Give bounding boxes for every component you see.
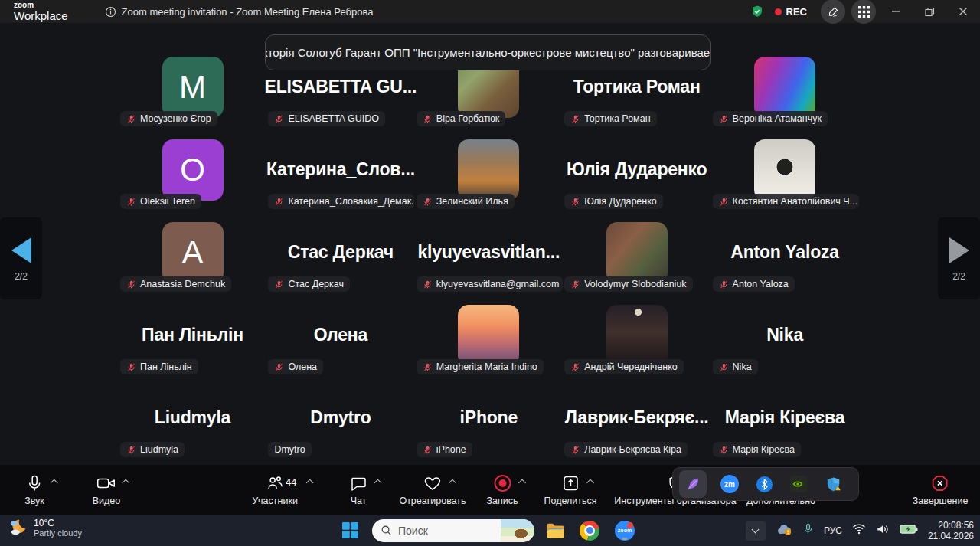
start-button[interactable] (342, 522, 358, 538)
react-options-chevron-icon[interactable] (449, 479, 456, 487)
participant-tile[interactable]: Nika Nika (711, 300, 859, 383)
volume-icon[interactable] (876, 523, 890, 538)
participant-photo-avatar-guitarist-stage (606, 305, 668, 366)
participant-display-name: Dmytro (310, 407, 371, 428)
participant-name-text: Марія Кіреєва (733, 444, 795, 455)
zoom-app-icon[interactable]: zoom (615, 521, 635, 541)
zoom-toolbar: Звук Видео 44 (0, 465, 980, 515)
participant-display-name: Anton Yaloza (730, 242, 839, 263)
participant-name-text: Anton Yaloza (733, 279, 789, 289)
participant-tile[interactable]: klyuyevasvitlan... klyuyevasvitlana@gmai… (415, 217, 563, 300)
nvidia-icon[interactable] (787, 472, 810, 495)
participant-tile[interactable]: Юлія Дударенко Юлія Дударенко (563, 135, 710, 217)
recording-dot-icon (775, 8, 782, 15)
zoom-app-tray-icon[interactable]: zm (718, 472, 741, 495)
logo-workplace-text: Workplace (14, 10, 68, 21)
active-speaker-text: Вікторія Сологуб Гарант ОПП "Інструмента… (265, 46, 710, 59)
participant-tile[interactable]: Марія Кіреєва Марія Кіреєва (711, 383, 859, 466)
participant-tile[interactable]: Зелинский Илья (415, 135, 563, 217)
react-button[interactable]: Отреагировать (399, 465, 466, 515)
participant-display-name: Liudmyla (155, 407, 230, 428)
minimize-button[interactable] (879, 0, 913, 23)
audio-options-chevron-icon[interactable] (51, 479, 58, 487)
camera-icon (96, 474, 116, 492)
taskbar-search-box[interactable]: Поиск (372, 519, 534, 542)
participant-tile[interactable]: Anton Yaloza Anton Yaloza (711, 217, 859, 300)
end-meeting-button[interactable]: Завершение (913, 465, 969, 515)
participants-options-chevron-icon[interactable] (306, 479, 314, 487)
weather-widget[interactable]: 10°C Partly cloudy (8, 518, 82, 538)
feather-pen-icon[interactable] (679, 470, 707, 498)
participant-tile[interactable]: O Oleksii Teren (119, 135, 266, 217)
onedrive-icon[interactable] (776, 522, 792, 539)
share-button[interactable]: Поделиться (544, 465, 596, 515)
restore-icon (925, 7, 935, 17)
wifi-icon[interactable] (852, 523, 866, 538)
next-page-button[interactable]: 2/2 (938, 217, 980, 299)
participant-tile[interactable]: M Мосузенко Єгор (119, 52, 266, 135)
share-screen-icon (561, 474, 580, 492)
participant-name-text: Liudmyla (140, 444, 178, 455)
participant-tile[interactable]: Пан Ліньлін Пан Ліньлін (119, 300, 266, 383)
participant-name-text: Лаврик-Бекряєва Кіра (584, 444, 681, 455)
language-indicator[interactable]: РУС (824, 525, 842, 536)
video-button[interactable]: Видео (93, 465, 121, 515)
participant-tile[interactable]: Лаврик-Бекряє... Лаврик-Бекряєва Кіра (563, 383, 710, 466)
muted-mic-icon (274, 114, 284, 124)
record-button[interactable]: Запись (486, 465, 518, 515)
encryption-shield-icon[interactable] (750, 5, 764, 18)
muted-mic-icon (274, 280, 284, 289)
participant-display-name: klyuyevasvitlan... (417, 242, 560, 263)
participant-tile[interactable]: iPhone iPhone (415, 383, 563, 466)
tray-mic-icon[interactable] (802, 522, 814, 538)
audio-button[interactable]: Звук (24, 465, 44, 515)
participant-tile[interactable]: Олена Олена (266, 300, 414, 383)
bluetooth-icon[interactable] (753, 472, 776, 495)
participant-name-text: iPhone (436, 444, 466, 455)
tray-overflow-button[interactable] (746, 521, 766, 541)
participants-button[interactable]: 44 Участники (252, 465, 298, 515)
muted-mic-icon (423, 362, 433, 372)
open-app-indicator (622, 538, 628, 540)
video-options-chevron-icon[interactable] (122, 479, 130, 487)
record-options-chevron-icon[interactable] (518, 479, 526, 487)
info-icon[interactable] (105, 6, 116, 18)
participant-name-text: Dmytro (274, 444, 305, 455)
participant-tile[interactable]: Volodymyr Slobodianiuk (563, 217, 710, 300)
chat-options-chevron-icon[interactable] (374, 479, 382, 487)
chrome-icon[interactable] (580, 521, 599, 541)
battery-icon[interactable] (900, 524, 918, 538)
floating-apps-tray: zm (672, 467, 859, 501)
search-icon (381, 525, 392, 536)
muted-mic-icon (719, 197, 729, 207)
participant-tile[interactable]: Margherita Maria Indino (415, 300, 563, 383)
taskbar-clock[interactable]: 20:08:56 21.04.2026 (928, 520, 974, 541)
participant-display-name: Стас Деркач (288, 242, 394, 263)
participant-name-label: Андрій Чередніченко (564, 359, 684, 374)
file-explorer-icon[interactable] (545, 521, 566, 540)
annotate-pencil-button[interactable] (821, 0, 845, 24)
participant-tile[interactable]: Liudmyla Liudmyla (119, 383, 266, 466)
clock-date: 21.04.2026 (928, 531, 974, 541)
apps-grid-button[interactable] (851, 0, 876, 24)
muted-mic-icon (423, 445, 433, 455)
prev-page-button[interactable]: 2/2 (0, 217, 42, 299)
participant-tile[interactable]: Dmytro Dmytro (266, 383, 414, 466)
participant-tile[interactable]: Стас Деркач Стас Деркач (266, 217, 414, 300)
close-button[interactable] (946, 0, 980, 23)
participant-name-text: Олена (288, 361, 317, 372)
participant-tile[interactable]: A Anastasia Demchuk (119, 217, 266, 300)
participant-tile[interactable]: Костянтин Анатолійович Ч... (711, 135, 859, 217)
muted-mic-icon (719, 445, 729, 455)
participant-name-label: Зелинский Илья (416, 194, 514, 209)
share-options-chevron-icon[interactable] (586, 479, 594, 487)
windows-security-icon[interactable] (822, 472, 844, 495)
participant-tile[interactable]: Катерина_Слов... Катерина_Словакия_Демак… (266, 135, 414, 217)
search-doodle-image (501, 519, 534, 542)
muted-mic-icon (423, 114, 433, 124)
chat-button[interactable]: Чат (349, 465, 368, 515)
restore-button[interactable] (913, 0, 946, 23)
participant-tile[interactable]: Андрій Чередніченко (563, 300, 710, 383)
participant-name-label: Катерина_Словакия_Демак... (268, 194, 414, 209)
participant-tile[interactable]: Вероніка Атаманчук (711, 52, 859, 135)
